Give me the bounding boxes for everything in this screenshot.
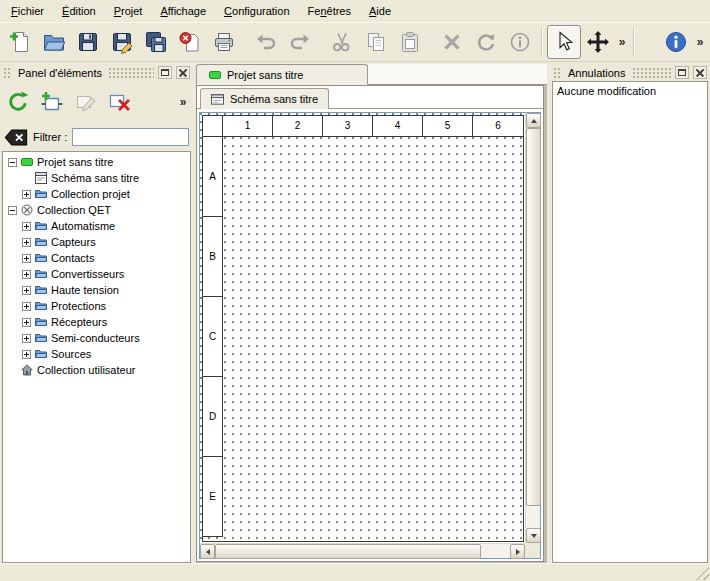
folder-icon xyxy=(35,252,47,264)
menu-item-affichage[interactable]: Affichage xyxy=(151,1,215,21)
column-header: 2 xyxy=(273,116,323,137)
project-tab-bar: Projet sans titre xyxy=(196,64,547,85)
folder-icon xyxy=(35,332,47,344)
menu-item-aide[interactable]: Aide xyxy=(360,1,400,21)
close-project-icon xyxy=(178,30,202,54)
paste-button[interactable] xyxy=(393,25,427,59)
undo-panel-titlebar[interactable]: Annulations xyxy=(550,64,710,81)
scroll-down-button[interactable] xyxy=(526,528,541,543)
delete-button[interactable] xyxy=(435,25,469,59)
expand-icon[interactable] xyxy=(22,270,31,279)
vertical-scroll-thumb[interactable] xyxy=(526,128,541,506)
horizontal-scrollbar[interactable] xyxy=(200,543,525,558)
expand-icon[interactable] xyxy=(22,190,31,199)
row-header: E xyxy=(203,457,223,537)
elements-panel-toolbar: » xyxy=(0,81,193,123)
tree-item-contacts[interactable]: Contacts xyxy=(3,250,190,266)
select-tool-button[interactable] xyxy=(547,25,581,59)
toolbar-overflow-button[interactable]: » xyxy=(615,35,629,49)
dock-grip[interactable] xyxy=(553,67,562,78)
tree-item-convertisseurs[interactable]: Convertisseurs xyxy=(3,266,190,282)
diagram-view: 123456 ABCDE xyxy=(199,112,541,559)
expand-icon[interactable] xyxy=(22,350,31,359)
tree-item-capteurs[interactable]: Capteurs xyxy=(3,234,190,250)
tree-item-protections[interactable]: Protections xyxy=(3,298,190,314)
close-project-button[interactable] xyxy=(173,25,207,59)
menu-item-configuration[interactable]: Configuration xyxy=(215,1,298,21)
rotate-button[interactable] xyxy=(469,25,503,59)
scroll-left-button[interactable] xyxy=(200,544,215,559)
menu-item-edition[interactable]: Édition xyxy=(53,1,105,21)
dock-grip[interactable] xyxy=(3,67,12,78)
tree-item-collection-qet[interactable]: Collection QET xyxy=(3,202,190,218)
clear-filter-button[interactable] xyxy=(4,129,28,146)
float-panel-button[interactable] xyxy=(158,66,172,79)
tree-item-haute-tension[interactable]: Haute tension xyxy=(3,282,190,298)
copy-button[interactable] xyxy=(359,25,393,59)
undo-list: Aucune modification xyxy=(552,81,708,563)
toolbar-separator xyxy=(633,28,635,56)
expand-icon[interactable] xyxy=(22,254,31,263)
move-tool-button[interactable] xyxy=(581,25,615,59)
mdi-area: Schéma sans titre 123456 ABCDE xyxy=(196,85,547,563)
diagram-sheet: 123456 ABCDE xyxy=(202,115,524,542)
filter-row: Filtrer : xyxy=(0,123,193,151)
expand-icon[interactable] xyxy=(22,318,31,327)
undo-button[interactable] xyxy=(249,25,283,59)
cut-button[interactable] xyxy=(325,25,359,59)
select-pointer-icon xyxy=(552,30,576,54)
move-arrows-icon xyxy=(586,30,610,54)
delete-element-button[interactable] xyxy=(105,87,135,117)
print-button[interactable] xyxy=(207,25,241,59)
tree-item-recepteurs[interactable]: Récepteurs xyxy=(3,314,190,330)
expand-icon[interactable] xyxy=(22,238,31,247)
reload-icon xyxy=(6,90,30,114)
open-project-button[interactable] xyxy=(37,25,71,59)
scrollbar-corner xyxy=(525,543,540,558)
collapse-icon[interactable] xyxy=(8,158,17,167)
filter-input[interactable] xyxy=(72,128,189,146)
arrow-down-icon xyxy=(531,534,537,538)
elements-panel-titlebar[interactable]: Panel d'éléments xyxy=(0,64,193,81)
tree-item-collection-utilisateur[interactable]: Collection utilisateur xyxy=(3,362,190,378)
tree-item-projet-sans-titre[interactable]: Projet sans titre xyxy=(3,154,190,170)
undo-icon xyxy=(254,30,278,54)
new-element-button[interactable] xyxy=(37,87,67,117)
redo-button[interactable] xyxy=(283,25,317,59)
menu-item-projet[interactable]: Projet xyxy=(105,1,152,21)
diagram-canvas[interactable]: 123456 ABCDE xyxy=(200,113,525,543)
resize-grip-icon[interactable] xyxy=(696,567,709,580)
expand-icon[interactable] xyxy=(22,222,31,231)
menu-item-fenetres[interactable]: Fenêtres xyxy=(299,1,360,21)
float-panel-button[interactable] xyxy=(675,66,689,79)
save-as-button[interactable] xyxy=(105,25,139,59)
scroll-right-button[interactable] xyxy=(510,544,525,559)
expand-icon[interactable] xyxy=(22,286,31,295)
save-button[interactable] xyxy=(71,25,105,59)
tree-item-collection-projet[interactable]: Collection projet xyxy=(3,186,190,202)
folder-icon xyxy=(35,220,47,232)
vertical-scrollbar[interactable] xyxy=(525,113,540,543)
toolbar-overflow-button[interactable]: » xyxy=(693,35,707,49)
menu-item-fichier[interactable]: Fichier xyxy=(2,1,53,21)
close-panel-button[interactable] xyxy=(176,66,190,79)
tab-schema-sans-titre[interactable]: Schéma sans titre xyxy=(200,88,329,109)
panel-overflow-button[interactable]: » xyxy=(176,95,190,109)
save-all-button[interactable] xyxy=(139,25,173,59)
expand-icon[interactable] xyxy=(22,302,31,311)
close-panel-button[interactable] xyxy=(693,66,707,79)
tab-projet-sans-titre[interactable]: Projet sans titre xyxy=(196,64,368,85)
about-qet-button[interactable] xyxy=(659,25,693,59)
tree-item-sources[interactable]: Sources xyxy=(3,346,190,362)
tree-item-automatisme[interactable]: Automatisme xyxy=(3,218,190,234)
element-info-button[interactable] xyxy=(503,25,537,59)
horizontal-scroll-thumb[interactable] xyxy=(215,544,481,559)
collapse-icon[interactable] xyxy=(8,206,17,215)
edit-element-button[interactable] xyxy=(71,87,101,117)
reload-collections-button[interactable] xyxy=(3,87,33,117)
expand-icon[interactable] xyxy=(22,334,31,343)
tree-item-semi-conducteurs[interactable]: Semi-conducteurs xyxy=(3,330,190,346)
new-project-button[interactable] xyxy=(3,25,37,59)
scroll-up-button[interactable] xyxy=(526,113,541,128)
tree-item-schema-sans-titre[interactable]: Schéma sans titre xyxy=(3,170,190,186)
